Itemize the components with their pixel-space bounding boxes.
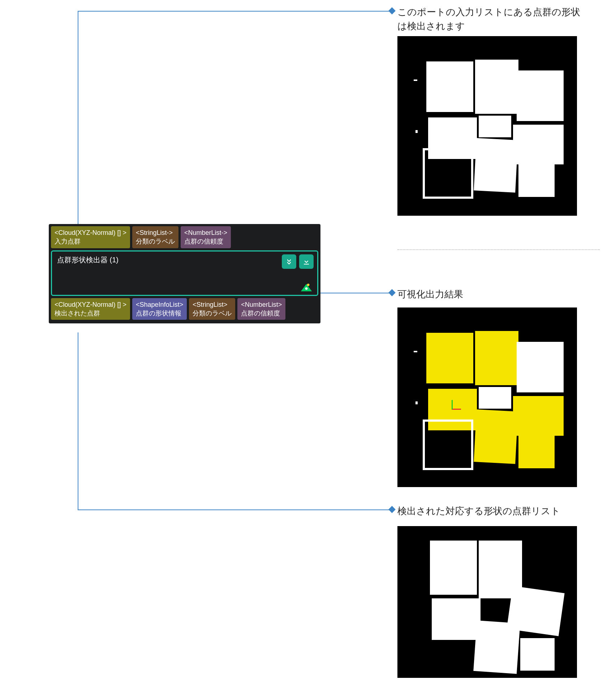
port-type: <ShapeInfoList> (136, 300, 183, 309)
port-label: 入力点群 (55, 237, 126, 246)
node-output-ports: <Cloud(XYZ-Normal) [] > 検出された点群 <ShapeIn… (51, 298, 318, 320)
connector-end-mid (388, 289, 396, 296)
node-title: 点群形状検出器 (1) (57, 255, 312, 265)
port-out-cloud[interactable]: <Cloud(XYZ-Normal) [] > 検出された点群 (51, 298, 130, 320)
node-pointcloud-shape-detector[interactable]: <Cloud(XYZ-Normal) [] > 入力点群 <StringList… (49, 224, 320, 323)
connector-end-bot (388, 506, 396, 513)
eye-icon (300, 283, 313, 292)
port-in-confidence[interactable]: <NumberList-> 点群の信頼度 (181, 226, 231, 248)
preview-vis-output (397, 307, 577, 487)
connector-h-mid (319, 293, 393, 293)
port-label: 分類のラベル (136, 237, 175, 246)
port-in-cloud[interactable]: <Cloud(XYZ-Normal) [] > 入力点群 (51, 226, 130, 248)
port-out-confidence[interactable]: <NumberList> 点群の信頼度 (237, 298, 285, 320)
port-type: <StringList-> (136, 228, 175, 237)
port-label: 点群の信頼度 (184, 237, 227, 246)
download-button[interactable] (299, 254, 314, 269)
port-label: 点群の信頼度 (241, 309, 282, 318)
preview-input-cloud (397, 36, 577, 216)
connector-h-top (78, 11, 392, 12)
callout-input-port: このポートの入力リストにある点群の形状は検出されます (397, 5, 582, 33)
port-in-labels[interactable]: <StringList-> 分類のラベル (132, 226, 178, 248)
port-type: <StringList> (193, 300, 232, 309)
callout-detected-list: 検出された対応する形状の点群リスト (397, 504, 560, 518)
port-type: <NumberList-> (184, 228, 227, 237)
connector-v-bot (78, 332, 78, 509)
port-type: <Cloud(XYZ-Normal) [] > (55, 228, 126, 237)
port-label: 検出された点群 (55, 309, 126, 318)
download-icon (302, 257, 311, 266)
node-body[interactable]: 点群形状検出器 (1) (51, 250, 318, 296)
port-type: <Cloud(XYZ-Normal) [] > (55, 300, 126, 309)
svg-point-1 (305, 287, 308, 290)
node-input-ports: <Cloud(XYZ-Normal) [] > 入力点群 <StringList… (51, 226, 318, 248)
connector-v-top (78, 11, 78, 224)
port-label: 分類のラベル (193, 309, 232, 318)
callout-vis-output: 可視化出力結果 (397, 287, 463, 301)
port-label: 点群の形状情報 (136, 309, 183, 318)
chevrons-down-icon (285, 257, 293, 266)
connector-end-top (388, 7, 396, 14)
connector-h-bot (78, 509, 392, 510)
expand-button[interactable] (282, 254, 296, 269)
port-type: <NumberList> (241, 300, 282, 309)
visualize-button[interactable] (299, 283, 314, 293)
port-out-shapeinfo[interactable]: <ShapeInfoList> 点群の形状情報 (132, 298, 187, 320)
section-divider (397, 249, 600, 250)
port-out-labels[interactable]: <StringList> 分類のラベル (189, 298, 235, 320)
svg-point-2 (307, 284, 310, 286)
preview-detected-list (397, 526, 577, 678)
